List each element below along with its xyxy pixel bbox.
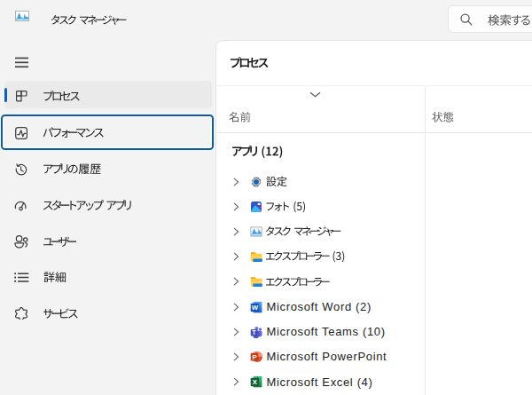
svg-text:W: W: [251, 303, 258, 311]
svg-text:P: P: [252, 353, 256, 361]
svg-text:T: T: [252, 328, 256, 336]
svg-text:X: X: [252, 378, 257, 386]
